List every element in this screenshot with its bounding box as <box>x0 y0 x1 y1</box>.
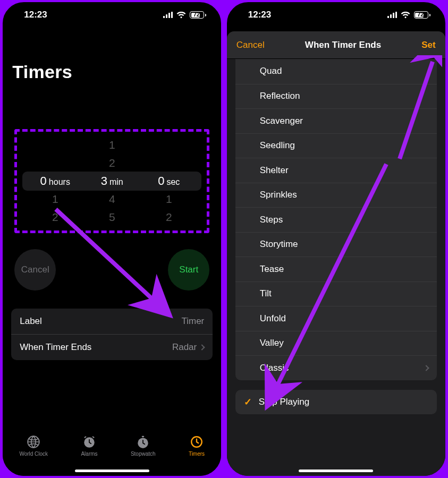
label-title: Label <box>20 316 42 327</box>
sound-option[interactable]: Seedling <box>235 133 437 158</box>
cancel-button[interactable]: Cancel <box>236 40 265 50</box>
tab-world-clock[interactable]: World Clock <box>19 434 48 457</box>
time-picker[interactable]: 0hours 1 2 1 2 3min 4 5 0sec <box>14 129 209 233</box>
cellular-icon <box>163 12 173 18</box>
sound-option[interactable]: Storytime <box>235 232 437 257</box>
sound-option[interactable]: Tease <box>235 257 437 281</box>
picker-seconds[interactable]: 0sec 1 2 <box>140 136 197 226</box>
picker-hours[interactable]: 0hours 1 2 <box>27 136 83 226</box>
wifi-icon <box>176 11 186 19</box>
checkmark-icon: ✓ <box>244 396 259 408</box>
phone-screen-timers: 12:23 72 Timers <box>2 1 222 477</box>
home-indicator[interactable] <box>299 470 373 472</box>
sound-sheet: Cancel When Timer Ends Set Quad Reflecti… <box>227 31 445 476</box>
when-ends-title: When Timer Ends <box>20 342 91 353</box>
tab-alarms[interactable]: Alarms <box>81 434 97 457</box>
phone-screen-sound-picker: 12:23 72 Can <box>226 1 446 477</box>
chevron-right-icon <box>423 365 429 371</box>
set-button[interactable]: Set <box>421 40 435 50</box>
wifi-icon <box>401 11 410 19</box>
stop-playing-option[interactable]: ✓ Stop Playing <box>235 390 437 415</box>
globe-icon <box>26 434 41 449</box>
sound-option[interactable]: Unfold <box>235 306 437 331</box>
sound-option[interactable]: Tilt <box>235 281 437 306</box>
sound-option[interactable]: Quad <box>235 59 437 84</box>
timer-settings: Label Timer When Timer Ends Radar <box>11 309 213 360</box>
picker-minutes[interactable]: 1 2 3min 4 5 <box>83 136 140 226</box>
label-row[interactable]: Label Timer <box>11 309 213 334</box>
sheet-header: Cancel When Timer Ends Set <box>227 31 445 59</box>
battery-icon: 72 <box>190 11 206 19</box>
sound-option[interactable]: Reflection <box>235 84 437 109</box>
chevron-right-icon <box>199 344 205 350</box>
status-right: 72 <box>387 11 430 19</box>
sound-list[interactable]: Quad Reflection Scavenger Seedling Shelt… <box>227 59 445 476</box>
sound-option[interactable]: Sprinkles <box>235 183 437 208</box>
alarm-icon <box>82 434 97 449</box>
status-time: 12:23 <box>24 10 47 20</box>
status-bar: 12:23 72 <box>3 2 221 28</box>
stopwatch-icon <box>136 434 150 449</box>
sound-option[interactable]: Shelter <box>235 158 437 183</box>
sheet-title: When Timer Ends <box>305 40 381 50</box>
sound-option[interactable]: Steps <box>235 207 437 232</box>
page-title: Timers <box>3 28 221 82</box>
when-timer-ends-row[interactable]: When Timer Ends Radar <box>11 334 213 360</box>
status-right: 72 <box>163 11 206 19</box>
tab-stopwatch[interactable]: Stopwatch <box>131 434 156 457</box>
status-bar: 12:23 72 <box>227 2 445 28</box>
svg-rect-3 <box>142 436 144 438</box>
cancel-button[interactable]: Cancel <box>14 249 56 291</box>
timer-icon <box>189 434 204 449</box>
sound-option[interactable]: Valley <box>235 331 437 356</box>
label-value: Timer <box>181 316 204 327</box>
cellular-icon <box>387 12 397 18</box>
battery-icon: 72 <box>414 11 430 19</box>
home-indicator[interactable] <box>75 470 149 472</box>
sound-option[interactable]: Scavenger <box>235 108 437 133</box>
start-button[interactable]: Start <box>168 249 209 291</box>
when-ends-value: Radar <box>172 342 197 353</box>
sound-option-classic[interactable]: Classic <box>235 355 437 380</box>
status-time: 12:23 <box>248 10 271 20</box>
tab-timers[interactable]: Timers <box>189 434 205 457</box>
